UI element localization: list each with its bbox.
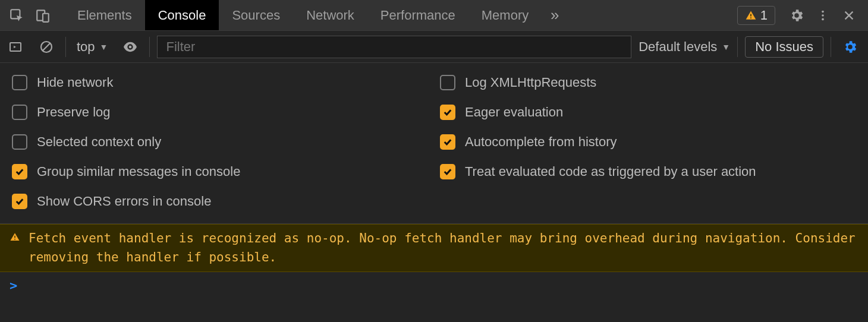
setting-checkbox[interactable]: Hide network <box>12 75 428 90</box>
svg-point-6 <box>822 14 824 17</box>
checkbox-label: Hide network <box>37 75 113 90</box>
chevron-down-icon: ▼ <box>100 42 108 52</box>
checkbox-box <box>440 105 455 120</box>
warnings-count: 1 <box>760 8 768 23</box>
svg-rect-12 <box>14 239 15 240</box>
checkbox-label: Autocomplete from history <box>465 134 617 150</box>
execution-context-selector[interactable]: top ▼ <box>73 39 111 55</box>
separator <box>737 37 738 57</box>
svg-rect-11 <box>14 236 15 238</box>
checkbox-box <box>12 134 27 150</box>
filter-input[interactable] <box>157 36 631 58</box>
checkbox-box <box>12 164 27 179</box>
console-prompt[interactable]: > <box>0 272 868 299</box>
warning-triangle-icon <box>10 232 20 242</box>
checkbox-box <box>12 75 27 90</box>
checkbox-box <box>440 75 455 90</box>
settings-gear-icon[interactable] <box>784 2 810 29</box>
setting-checkbox[interactable]: Show CORS errors in console <box>12 194 428 209</box>
checkbox-label: Preserve log <box>37 105 111 120</box>
checkbox-label: Group similar messages in console <box>37 164 240 179</box>
setting-checkbox[interactable]: Autocomplete from history <box>440 134 856 150</box>
tab-sources[interactable]: Sources <box>219 0 293 30</box>
svg-rect-2 <box>43 13 49 21</box>
svg-point-7 <box>822 18 824 20</box>
tab-network[interactable]: Network <box>293 0 367 30</box>
tab-console[interactable]: Console <box>145 0 219 30</box>
console-warning-row[interactable]: Fetch event handler is recognized as no-… <box>0 224 868 272</box>
log-levels-selector[interactable]: Default levels ▼ <box>639 39 730 55</box>
issues-label: No Issues <box>755 39 813 54</box>
warning-triangle-icon <box>745 10 757 21</box>
toggle-sidebar-icon[interactable] <box>4 35 27 59</box>
checkbox-label: Show CORS errors in console <box>37 194 211 209</box>
separator <box>65 37 66 57</box>
svg-point-5 <box>822 10 824 12</box>
setting-checkbox[interactable]: Selected context only <box>12 134 428 150</box>
checkbox-label: Selected context only <box>37 134 161 150</box>
checkbox-label: Eager evaluation <box>465 105 563 120</box>
setting-checkbox[interactable]: Log XMLHttpRequests <box>440 75 856 90</box>
tab-memory[interactable]: Memory <box>468 0 542 30</box>
checkbox-box <box>440 134 455 150</box>
setting-checkbox[interactable]: Treat evaluated code as triggered by a u… <box>440 164 856 179</box>
separator <box>831 37 831 57</box>
checkbox-label: Log XMLHttpRequests <box>465 75 596 90</box>
svg-rect-3 <box>750 14 751 16</box>
checkbox-box <box>12 105 27 120</box>
panel-tabs: ElementsConsoleSourcesNetworkPerformance… <box>64 0 542 30</box>
kebab-menu-icon[interactable] <box>810 2 836 29</box>
levels-label: Default levels <box>639 39 717 55</box>
svg-rect-4 <box>750 17 751 18</box>
chevron-down-icon: ▼ <box>722 42 730 52</box>
more-tabs-icon[interactable]: » <box>542 2 568 29</box>
svg-point-10 <box>129 45 132 48</box>
setting-checkbox[interactable]: Group similar messages in console <box>12 164 428 179</box>
close-devtools-icon[interactable] <box>836 2 862 29</box>
checkbox-box <box>440 164 455 179</box>
warnings-badge[interactable]: 1 <box>737 6 775 25</box>
checkbox-label: Treat evaluated code as triggered by a u… <box>465 164 756 179</box>
issues-button[interactable]: No Issues <box>745 36 823 58</box>
toggle-device-icon[interactable] <box>30 2 56 29</box>
clear-console-icon[interactable] <box>34 35 58 59</box>
console-toolbar: top ▼ Default levels ▼ No Issues <box>0 31 868 63</box>
inspect-element-icon[interactable] <box>4 2 30 29</box>
checkbox-box <box>12 194 27 209</box>
separator <box>149 37 150 57</box>
setting-checkbox[interactable]: Eager evaluation <box>440 105 856 120</box>
prompt-chevron-icon: > <box>10 278 17 293</box>
devtools-tabbar: ElementsConsoleSourcesNetworkPerformance… <box>0 0 868 31</box>
console-settings-gear-icon[interactable] <box>838 35 862 59</box>
warning-message: Fetch event handler is recognized as no-… <box>29 229 858 267</box>
setting-checkbox[interactable]: Preserve log <box>12 105 428 120</box>
live-expression-icon[interactable] <box>118 35 142 59</box>
context-label: top <box>77 39 95 55</box>
tab-elements[interactable]: Elements <box>64 0 145 30</box>
console-settings-panel: Hide networkPreserve logSelected context… <box>0 63 868 224</box>
tab-performance[interactable]: Performance <box>367 0 468 30</box>
